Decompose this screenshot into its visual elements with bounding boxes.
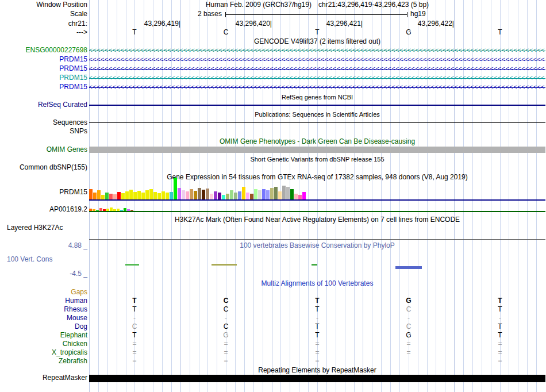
gtex-bar [282, 186, 286, 199]
gtex-bar [106, 209, 109, 211]
omim-gene-bar[interactable] [89, 147, 545, 153]
chromosome-label: chr21: [68, 20, 87, 28]
species-label[interactable]: Rhesus [64, 306, 87, 313]
refseq-curated-item[interactable] [89, 105, 545, 106]
alignment-base: = [498, 349, 502, 356]
alignment-base: = [224, 358, 228, 365]
gtex-gene-line[interactable] [89, 199, 545, 201]
repeatmasker-track-title: Repeating Elements by RepeatMasker [89, 367, 545, 374]
gtex-bar [270, 188, 274, 199]
alignment-base: = [132, 340, 136, 348]
species-label[interactable]: Human [65, 297, 87, 305]
window-position-label: Window Position [36, 1, 87, 9]
multiz-gaps-label[interactable]: Gaps [71, 289, 87, 296]
alignment-base: T [498, 306, 502, 313]
phylop-track-title: 100 vertebrates Basewise Conservation by… [89, 242, 545, 249]
common-dbsnp-label[interactable]: Common dbSNP(155) [20, 164, 87, 171]
gencode-gene-label[interactable]: PRDM15 [59, 83, 87, 91]
alignment-base: = [315, 358, 319, 365]
gtex-bar [113, 194, 117, 199]
alignment-base: T [315, 323, 319, 330]
species-label[interactable]: Dog [75, 323, 87, 330]
alignment-base: = [224, 340, 228, 348]
species-label[interactable]: Elephant [60, 332, 87, 339]
species-label[interactable]: Chicken [63, 340, 87, 348]
gtex-bar [89, 189, 93, 199]
species-label[interactable]: X_tropicalis [52, 349, 87, 356]
gencode-gene-label[interactable]: PRDM15 [59, 56, 87, 63]
gtex-bar [110, 207, 113, 211]
alignment-base: = [498, 358, 502, 365]
gtex-bar [230, 190, 233, 199]
gtex-bar [238, 191, 241, 199]
coordinate-label: 43,296,419| [144, 20, 180, 28]
repeatmasker-label[interactable]: RepeatMasker [43, 374, 87, 382]
sequences-label[interactable]: Sequences [53, 119, 87, 126]
omim-track-title: OMIM Gene Phenotypes - Dark Green Can Be… [89, 138, 545, 145]
gtex-bar [157, 193, 161, 199]
gtex-bar-chart[interactable] [89, 178, 306, 199]
gtex-bar [242, 187, 245, 199]
gencode-gene-label[interactable]: ENSG00000227698 [26, 47, 87, 54]
refseq-curated-label[interactable]: RefSeq Curated [38, 101, 87, 109]
alignment-base: T [498, 323, 502, 330]
omim-genes-label[interactable]: OMIM Genes [47, 146, 87, 153]
alignment-base: = [315, 349, 319, 356]
assembly-name: Human Feb. 2009 (GRCh37/hg19) [206, 1, 312, 9]
gtex-bar [121, 193, 125, 199]
gtex-bar [141, 193, 145, 199]
gtex-bar [145, 190, 149, 199]
species-label[interactable]: Mouse [67, 314, 87, 322]
gencode-gene-line[interactable]: <<<<<<<<<<<<<<<<<<<<<<<<<<<<<<<<<<<<<<<<… [89, 74, 545, 82]
phylop-mark [395, 266, 422, 269]
gencode-gene-line[interactable]: <<<<<<<<<<<<<<<<<<<<<<<<<<<<<<<<<<<<<<<<… [89, 56, 545, 64]
gtex-bar [266, 190, 270, 199]
gtex-bar [178, 188, 181, 199]
gtex-gene-label-prdm15[interactable]: PRDM15 [59, 189, 87, 196]
layered-h3k27ac-label[interactable]: Layered H3K27Ac [7, 224, 63, 232]
gtex-bar [124, 208, 126, 211]
coordinate-label: 43,296,422| [418, 20, 454, 28]
gtex-bar [250, 194, 253, 199]
gtex-bar [254, 189, 257, 199]
gtex-bar [96, 210, 99, 211]
gtex-bar [290, 189, 294, 199]
scale-label: Scale [70, 10, 87, 18]
sequences-item[interactable] [89, 122, 545, 123]
reference-base: T [132, 29, 136, 36]
alignment-base: - [225, 314, 227, 322]
coordinate-label: 43,296,420| [236, 20, 272, 28]
reference-base: C [224, 29, 229, 36]
gencode-gene-label[interactable]: PRDM15 [59, 74, 87, 82]
alignment-base: = [224, 349, 228, 356]
gtex-bar [298, 195, 302, 199]
gencode-track-title: GENCODE V49lift37 (2 items filtered out) [89, 38, 545, 45]
gencode-gene-line[interactable]: <<<<<<<<<<<<<<<<<<<<<<<<<<<<<<<<<<<<<<<<… [89, 83, 545, 91]
gencode-gene-line[interactable]: <<<<<<<<<<<<<<<<<<<<<<<<<<<<<<<<<<<<<<<<… [89, 47, 545, 55]
gencode-gene-label[interactable]: PRDM15 [59, 65, 87, 72]
reference-base: G [406, 29, 411, 36]
gtex-gene-line[interactable] [89, 211, 545, 212]
gtex-bar [109, 194, 113, 199]
gtex-bar [97, 190, 101, 199]
gtex-bar [99, 208, 102, 211]
repeatmasker-bar[interactable] [89, 375, 545, 382]
gtex-bar [120, 210, 123, 211]
gtex-bar [226, 194, 229, 199]
conservation-track-label[interactable]: 100 Vert. Cons [7, 256, 52, 263]
strand-direction-label: ---> [76, 29, 87, 36]
gtex-bar [113, 209, 116, 211]
gtex-gene-label-ap001619[interactable]: AP001619.2 [49, 206, 87, 213]
gtex-bar [190, 189, 193, 199]
alignment-base: G [406, 297, 411, 305]
genome-browser-image[interactable]: Window Position Human Feb. 2009 (GRCh37/… [0, 0, 546, 392]
gtex-bar [302, 192, 306, 199]
gtex-bar [214, 191, 217, 199]
snps-label[interactable]: SNPs [70, 128, 87, 135]
gtex-bar-chart[interactable] [89, 206, 134, 211]
gtex-bar [186, 191, 189, 199]
phylop-mark [125, 264, 139, 266]
species-label[interactable]: Zebrafish [59, 358, 87, 365]
gencode-gene-line[interactable]: <<<<<<<<<<<<<<<<<<<<<<<<<<<<<<<<<<<<<<<<… [89, 65, 545, 73]
coordinate-label: 43,296,421| [326, 20, 363, 28]
